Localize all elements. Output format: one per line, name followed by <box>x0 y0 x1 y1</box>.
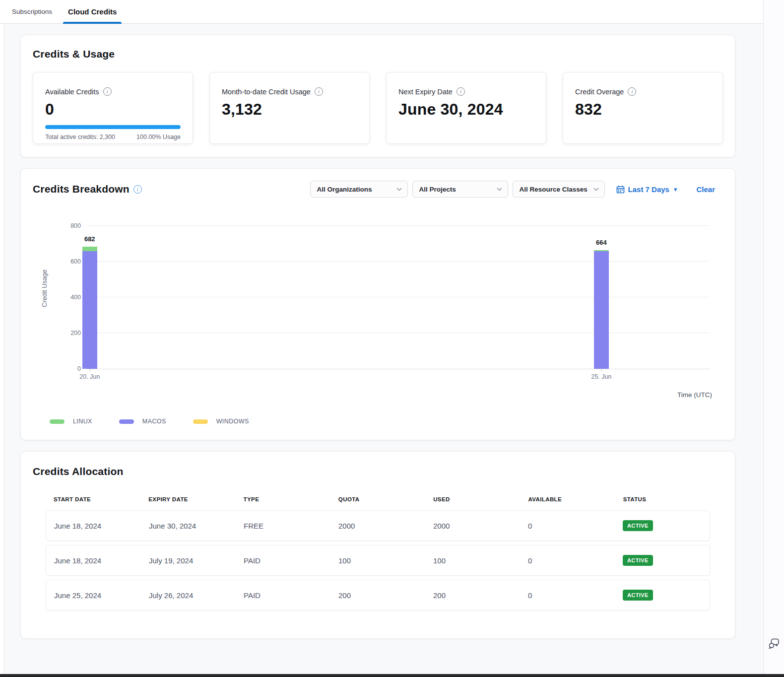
info-icon[interactable]: i <box>103 87 112 96</box>
credits-progress-track <box>45 125 181 129</box>
date-range-value: Last 7 Days <box>628 185 669 194</box>
table-row: June 18, 2024 June 30, 2024 FREE 2000 20… <box>46 510 710 541</box>
row-available: 0 <box>520 522 615 530</box>
legend-label-windows: WINDOWS <box>216 418 249 425</box>
linux-color-swatch <box>50 419 65 424</box>
bar-value-label: 664 <box>596 239 607 246</box>
projects-select[interactable]: All Projects <box>412 181 508 198</box>
tab-cloud-credits[interactable]: Cloud Credits <box>66 0 119 23</box>
col-quota: QUOTA <box>330 496 425 502</box>
row-available: 0 <box>520 591 615 600</box>
linux-bar-segment <box>82 247 97 251</box>
row-start-date: June 18, 2024 <box>46 556 141 565</box>
credits-usage-title: Credits & Usage <box>33 48 723 60</box>
row-type: FREE <box>236 522 330 530</box>
support-chat-button[interactable] <box>767 636 781 650</box>
row-used: 100 <box>425 556 520 565</box>
chart-gridline <box>88 261 710 262</box>
col-available: AVAILABLE <box>520 496 615 502</box>
available-credits-card: Available Credits i 0 Total active credi… <box>33 72 193 144</box>
y-axis-tick-label: 400 <box>59 294 81 301</box>
total-active-credits: Total active credits: 2,300 <box>45 134 115 140</box>
row-expiry-date: June 30, 2024 <box>141 522 236 530</box>
col-type: TYPE <box>236 496 330 502</box>
status-badge: ACTIVE <box>623 590 653 601</box>
y-axis-tick-label: 200 <box>59 330 81 337</box>
credit-overage-label: Credit Overage <box>575 88 624 96</box>
mtd-usage-label: Month-to-date Credit Usage <box>222 88 311 96</box>
row-quota: 2000 <box>330 522 425 530</box>
col-status: STATUS <box>615 496 710 502</box>
credits-allocation-section: Credits Allocation START DATE EXPIRY DAT… <box>20 451 735 639</box>
credits-breakdown-section: Credits Breakdown i All Organizations Al… <box>20 168 735 440</box>
allocation-table: START DATE EXPIRY DATE TYPE QUOTA USED A… <box>46 496 710 610</box>
tab-subscriptions-label: Subscriptions <box>12 8 52 15</box>
clear-filters-link[interactable]: Clear <box>696 185 715 194</box>
calendar-icon <box>616 185 625 194</box>
legend-item-macos: MACOS <box>119 418 166 425</box>
tab-cloud-credits-label: Cloud Credits <box>68 7 117 16</box>
windows-color-swatch <box>193 419 208 424</box>
info-icon[interactable]: i <box>457 87 465 96</box>
info-icon[interactable]: i <box>133 185 142 194</box>
y-axis-tick-label: 600 <box>59 258 81 265</box>
row-available: 0 <box>520 556 615 565</box>
allocation-table-header: START DATE EXPIRY DATE TYPE QUOTA USED A… <box>46 496 710 510</box>
credit-overage-card: Credit Overage i 832 <box>563 72 723 144</box>
tab-bar: Subscriptions Cloud Credits <box>0 0 763 24</box>
chart-gridline <box>88 225 710 226</box>
resource-classes-select-value: All Resource Classes <box>520 186 588 193</box>
row-type: PAID <box>236 556 330 565</box>
chart-legend: LINUX MACOS WINDOWS <box>50 418 723 425</box>
row-expiry-date: July 19, 2024 <box>141 556 236 565</box>
chart-bar <box>82 247 97 369</box>
legend-label-linux: LINUX <box>73 418 92 425</box>
usage-percent: 100.00% Usage <box>136 134 181 140</box>
right-rail <box>763 0 784 674</box>
tab-subscriptions[interactable]: Subscriptions <box>10 0 54 23</box>
info-icon[interactable]: i <box>628 87 636 96</box>
credit-overage-value: 832 <box>575 100 711 119</box>
y-axis-tick-label: 0 <box>59 365 81 372</box>
organizations-select-value: All Organizations <box>317 186 372 193</box>
next-expiry-value: June 30, 2024 <box>398 100 534 119</box>
chat-bubbles-icon <box>767 636 781 650</box>
credits-breakdown-title: Credits Breakdown <box>33 183 130 195</box>
status-badge: ACTIVE <box>623 520 653 531</box>
chart-gridline <box>88 297 710 297</box>
chart-plot: 020040060080068220. Jun66425. Jun <box>88 226 710 369</box>
breakdown-filters: All Organizations All Projects All Resou… <box>310 181 723 198</box>
caret-down-icon: ▾ <box>674 186 677 193</box>
table-row: June 25, 2024 July 26, 2024 PAID 200 200… <box>46 580 710 610</box>
x-axis-tick <box>90 369 90 372</box>
row-expiry-date: July 26, 2024 <box>141 591 236 600</box>
mtd-usage-value: 3,132 <box>222 100 357 119</box>
next-expiry-card: Next Expiry Date i June 30, 2024 <box>386 72 546 144</box>
active-tab-underline <box>63 22 122 24</box>
available-credits-label: Available Credits <box>45 88 99 96</box>
mtd-usage-card: Month-to-date Credit Usage i 3,132 <box>209 72 370 144</box>
row-quota: 100 <box>330 556 425 565</box>
legend-item-linux: LINUX <box>50 418 92 425</box>
legend-item-windows: WINDOWS <box>193 418 249 425</box>
stats-row: Available Credits i 0 Total active credi… <box>33 72 723 144</box>
row-start-date: June 18, 2024 <box>46 522 141 530</box>
chart-bar <box>594 250 609 369</box>
organizations-select[interactable]: All Organizations <box>310 181 408 198</box>
bar-value-label: 682 <box>84 235 95 243</box>
col-start-date: START DATE <box>46 496 140 502</box>
macos-bar-segment <box>82 251 97 369</box>
credits-progress-fill <box>45 125 181 129</box>
chart-gridline <box>88 333 710 333</box>
chart-y-axis-label: Credit Usage <box>41 226 48 350</box>
x-axis-tick-label: 25. Jun <box>591 373 611 380</box>
credits-allocation-title: Credits Allocation <box>33 466 723 477</box>
resource-classes-select[interactable]: All Resource Classes <box>513 181 605 198</box>
info-icon[interactable]: i <box>315 87 323 96</box>
credits-usage-section: Credits & Usage Available Credits i 0 To… <box>20 35 735 157</box>
col-used: USED <box>425 496 520 502</box>
chevron-down-icon <box>593 188 599 191</box>
chevron-down-icon <box>497 188 502 191</box>
macos-bar-segment <box>594 251 609 369</box>
date-range-picker[interactable]: Last 7 Days ▾ <box>616 185 677 194</box>
